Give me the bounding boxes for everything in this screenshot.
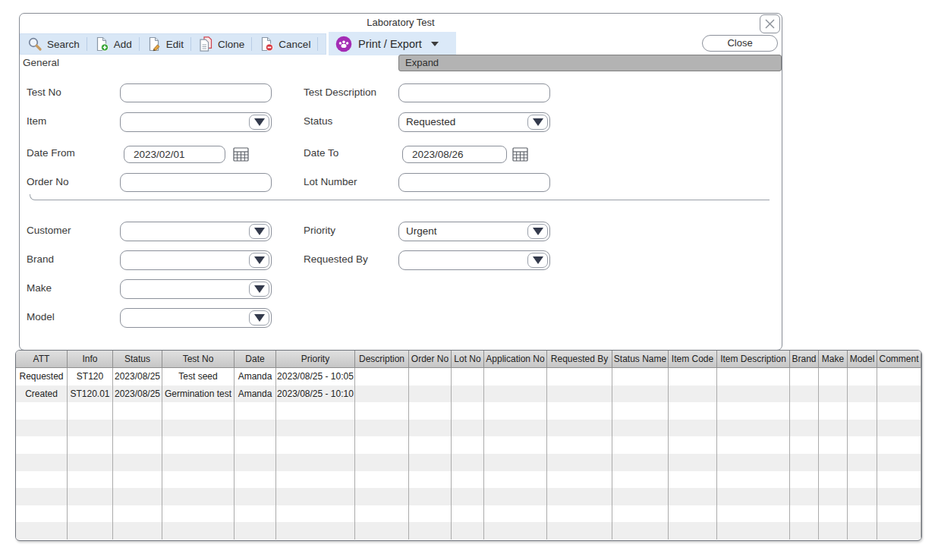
make-dropdown-button[interactable] xyxy=(249,282,269,297)
column-header-test-no[interactable]: Test No xyxy=(162,351,234,367)
column-header-order-no[interactable]: Order No xyxy=(409,351,452,367)
requested-by-dropdown[interactable] xyxy=(398,250,550,270)
customer-dropdown-button[interactable] xyxy=(249,224,269,239)
table-cell xyxy=(16,505,68,523)
column-header-model[interactable]: Model xyxy=(848,351,877,367)
table-cell xyxy=(113,505,162,523)
expand-bar[interactable]: Expand xyxy=(398,55,782,71)
table-cell xyxy=(276,505,355,523)
table-cell xyxy=(877,436,921,454)
date-to-calendar-button[interactable] xyxy=(511,145,530,164)
table-cell: 2023/08/25 xyxy=(113,368,162,385)
table-cell xyxy=(790,522,819,540)
date-from-calendar-button[interactable] xyxy=(231,145,250,164)
test-no-label: Test No xyxy=(27,87,61,98)
cancel-button[interactable]: Cancel xyxy=(252,34,317,54)
cancel-icon xyxy=(259,36,274,52)
column-header-requested-by[interactable]: Requested By xyxy=(547,351,612,367)
add-button-label: Add xyxy=(114,39,132,50)
edit-button[interactable]: Edit xyxy=(140,34,190,54)
table-cell xyxy=(848,436,877,454)
table-row[interactable] xyxy=(16,402,921,420)
priority-dropdown-button[interactable] xyxy=(527,224,548,239)
table-cell xyxy=(355,436,409,454)
column-header-brand[interactable]: Brand xyxy=(790,351,819,367)
column-header-item-description[interactable]: Item Description xyxy=(717,351,790,367)
table-cell xyxy=(848,368,877,385)
table-cell xyxy=(113,420,162,437)
edit-button-label: Edit xyxy=(166,39,184,50)
column-header-status[interactable]: Status xyxy=(113,351,162,367)
column-header-application-no[interactable]: Application No xyxy=(484,351,547,367)
table-cell xyxy=(409,505,452,523)
table-cell xyxy=(669,420,717,437)
close-button[interactable]: Close xyxy=(702,35,778,52)
table-cell xyxy=(276,522,355,540)
table-cell xyxy=(113,402,162,420)
date-from-input[interactable] xyxy=(124,146,225,163)
add-button[interactable]: Add xyxy=(87,34,139,54)
table-cell xyxy=(717,368,790,385)
table-cell xyxy=(484,436,547,454)
table-row[interactable] xyxy=(16,471,921,489)
test-no-input[interactable] xyxy=(120,83,272,102)
column-header-priority[interactable]: Priority xyxy=(276,351,355,367)
table-cell xyxy=(612,385,669,403)
column-header-att[interactable]: ATT xyxy=(16,351,68,367)
customer-dropdown[interactable] xyxy=(120,222,272,241)
status-dropdown[interactable]: Requested xyxy=(398,112,550,132)
print-export-button[interactable]: Print / Export xyxy=(329,32,456,55)
model-dropdown-button[interactable] xyxy=(249,310,269,326)
column-header-comment[interactable]: Comment xyxy=(877,351,921,367)
table-cell: Amanda xyxy=(234,368,276,385)
column-header-lot-no[interactable]: Lot No xyxy=(452,351,484,367)
table-row[interactable] xyxy=(16,454,921,471)
make-dropdown[interactable] xyxy=(120,279,272,299)
column-header-date[interactable]: Date xyxy=(234,351,276,367)
table-row[interactable] xyxy=(16,505,921,523)
table-row[interactable]: RequestedST1202023/08/25Test seedAmanda2… xyxy=(16,368,921,385)
column-header-make[interactable]: Make xyxy=(819,351,848,367)
table-cell xyxy=(452,471,484,489)
status-dropdown-button[interactable] xyxy=(527,115,548,130)
table-cell xyxy=(234,436,276,454)
results-table: ATTInfoStatusTest NoDatePriorityDescript… xyxy=(15,350,922,541)
date-to-input[interactable] xyxy=(402,146,507,163)
table-row[interactable] xyxy=(16,420,921,437)
order-no-input[interactable] xyxy=(120,173,272,192)
requested-by-dropdown-button[interactable] xyxy=(527,253,548,268)
table-row[interactable]: CreatedST120.012023/08/25Germination tes… xyxy=(16,385,921,403)
table-cell xyxy=(877,471,921,489)
priority-dropdown[interactable]: Urgent xyxy=(398,222,550,241)
search-button[interactable]: Search xyxy=(20,34,87,54)
table-cell xyxy=(162,522,234,540)
table-row[interactable] xyxy=(16,522,921,540)
table-cell: ST120 xyxy=(68,368,113,385)
column-header-status-name[interactable]: Status Name xyxy=(612,351,669,367)
item-dropdown[interactable] xyxy=(120,112,272,132)
column-header-item-code[interactable]: Item Code xyxy=(669,351,717,367)
item-dropdown-button[interactable] xyxy=(249,115,269,130)
table-cell xyxy=(276,436,355,454)
dropdown-arrow-icon xyxy=(533,256,543,264)
table-cell xyxy=(68,505,113,523)
lot-number-input[interactable] xyxy=(398,173,550,192)
search-button-label: Search xyxy=(47,39,80,50)
brand-dropdown-button[interactable] xyxy=(249,253,269,268)
test-description-label: Test Description xyxy=(304,87,376,98)
column-header-description[interactable]: Description xyxy=(355,351,409,367)
clone-button[interactable]: Clone xyxy=(191,34,251,54)
table-row[interactable] xyxy=(16,488,921,505)
table-cell xyxy=(877,385,921,403)
add-icon xyxy=(94,36,109,52)
table-row[interactable] xyxy=(16,436,921,454)
table-cell xyxy=(819,505,848,523)
table-cell xyxy=(717,454,790,471)
table-cell xyxy=(234,402,276,420)
brand-dropdown[interactable] xyxy=(120,250,272,270)
column-header-info[interactable]: Info xyxy=(68,351,113,367)
table-cell xyxy=(669,436,717,454)
model-dropdown[interactable] xyxy=(120,308,272,328)
window-close-button[interactable] xyxy=(760,14,780,33)
test-description-input[interactable] xyxy=(398,83,550,102)
